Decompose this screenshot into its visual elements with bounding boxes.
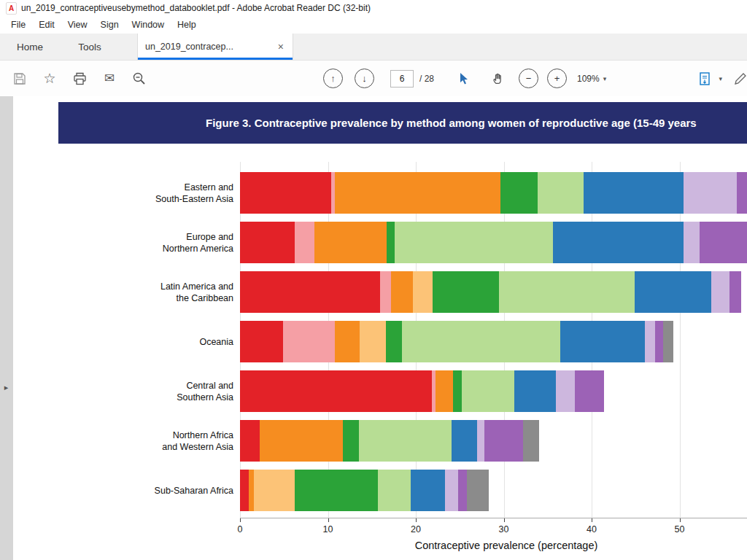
bar-segment-orange	[436, 370, 453, 412]
bar-segment-lavender	[684, 222, 700, 263]
menu-help[interactable]: Help	[171, 18, 203, 32]
axis-tick	[328, 518, 329, 522]
bar-segment-purple	[700, 222, 747, 263]
page-display-button[interactable]	[692, 66, 717, 92]
axis-tick-label: 40	[577, 524, 606, 534]
menu-sign[interactable]: Sign	[94, 18, 125, 32]
bar-segment-lightgreen	[499, 271, 635, 313]
bar-segment-lavender	[445, 470, 458, 511]
bar-segment-red	[240, 321, 283, 362]
bar-segment-orange	[314, 222, 387, 263]
menu-file[interactable]: File	[4, 18, 32, 32]
bar-segment-blue	[514, 370, 556, 412]
bar-segment-lightgreen	[538, 172, 584, 214]
menu-view[interactable]: View	[61, 18, 94, 32]
category-label: Northern Africa and Western Asia	[58, 420, 233, 462]
printer-icon	[73, 72, 87, 85]
bar-row	[240, 172, 747, 214]
category-label: Eastern and South-Eastern Asia	[58, 172, 233, 214]
zoom-level-dropdown[interactable]: 109% ▾	[577, 74, 606, 84]
close-icon[interactable]: ×	[276, 41, 285, 52]
bar-segment-pink	[295, 222, 315, 263]
chevron-down-icon[interactable]: ▾	[719, 75, 722, 82]
bar-segment-blue	[452, 420, 477, 462]
toolbar: ☆ ✉ ↑ ↓ 6 / 28 − + 109% ▾ ▾	[0, 61, 747, 97]
axis-tick-label: 10	[314, 524, 343, 534]
axis-tick	[592, 518, 592, 522]
window-titlebar: A un_2019_contraceptiveusebymethod_datab…	[0, 0, 747, 16]
bar-segment-lavender	[477, 420, 484, 462]
bar-segment-blue	[553, 222, 684, 263]
axis-tick-label: 50	[665, 524, 694, 534]
bar-segment-purple	[458, 470, 467, 511]
figure-title-banner: Figure 3. Contraceptive prevalence by me…	[58, 102, 747, 144]
star-icon: ☆	[43, 70, 55, 87]
bar-segment-purple	[729, 271, 741, 313]
bar-row	[240, 370, 604, 412]
next-page-button[interactable]: ↓	[355, 69, 374, 88]
bar-segment-gray	[467, 470, 489, 511]
save-button[interactable]	[7, 66, 32, 92]
menu-window[interactable]: Window	[125, 18, 171, 32]
bar-segment-orange	[260, 420, 343, 462]
bar-segment-lightorange	[413, 271, 433, 313]
previous-page-button[interactable]: ↑	[323, 69, 343, 88]
bar-row	[240, 222, 747, 263]
axis-tick	[680, 518, 681, 522]
zoom-out-button[interactable]: −	[519, 69, 538, 88]
axis-tick	[240, 518, 241, 522]
save-icon	[13, 72, 26, 85]
tab-tools[interactable]: Tools	[60, 34, 120, 60]
up-arrow-icon: ↑	[330, 73, 336, 84]
document-area: Figure 3. Contraceptive prevalence by me…	[0, 96, 747, 560]
hand-tool-button[interactable]	[485, 66, 510, 92]
category-label: Latin America and the Caribbean	[58, 271, 233, 313]
axis-tick-label: 30	[489, 524, 519, 534]
zoom-in-button[interactable]: +	[547, 69, 567, 88]
bar-segment-orange	[249, 470, 254, 511]
bar-row	[240, 321, 673, 362]
tab-home[interactable]: Home	[0, 34, 60, 60]
bar-segment-red	[240, 470, 249, 511]
bar-segment-green	[453, 370, 462, 412]
bar-segment-orange	[335, 321, 360, 362]
bar-segment-gray	[663, 321, 673, 362]
bar-segment-purple	[484, 420, 523, 462]
bar-segment-lightorange	[254, 470, 294, 511]
scroll-view-icon	[699, 72, 711, 85]
bar-segment-lavender	[684, 172, 736, 214]
window-title: un_2019_contraceptiveusebymethod_databoo…	[21, 3, 371, 13]
chart: 01020304050 Contraceptive prevalence (pe…	[240, 162, 747, 559]
category-label: Europe and Northern America	[58, 222, 233, 263]
page-number-input[interactable]: 6	[390, 70, 414, 88]
grid-line	[680, 162, 681, 518]
menu-edit[interactable]: Edit	[32, 18, 61, 32]
axis-tick-label: 0	[225, 524, 255, 534]
favorites-button[interactable]: ☆	[37, 66, 62, 92]
acrobat-icon: A	[6, 2, 17, 15]
bar-segment-red	[240, 222, 295, 263]
bar-segment-lightgreen	[359, 420, 452, 462]
zoom-level-value: 109%	[577, 74, 600, 84]
bar-segment-blue	[635, 271, 711, 313]
envelope-icon: ✉	[104, 71, 115, 86]
sign-tool-button[interactable]	[729, 66, 747, 92]
bar-segment-red	[240, 370, 432, 412]
bar-segment-pink	[283, 321, 335, 362]
print-button[interactable]	[67, 66, 92, 92]
bar-segment-lavender	[711, 271, 729, 313]
bar-segment-orange	[335, 172, 500, 214]
hand-icon	[492, 72, 504, 85]
category-labels: Eastern and South-Eastern AsiaEurope and…	[57, 162, 238, 526]
bar-row	[240, 470, 489, 511]
category-label: Sub-Saharan Africa	[58, 470, 233, 511]
pdf-page: Figure 3. Contraceptive prevalence by me…	[13, 96, 747, 560]
select-tool-button[interactable]	[452, 66, 476, 92]
sidebar-expand-button[interactable]: ▸	[0, 376, 12, 398]
tab-document[interactable]: un_2019_contracep... ×	[137, 34, 293, 60]
plus-icon: +	[554, 73, 560, 84]
marquee-zoom-button[interactable]	[127, 66, 152, 92]
email-button[interactable]: ✉	[97, 66, 122, 92]
tab-bar: Home Tools un_2019_contracep... ×	[0, 34, 747, 61]
bar-segment-green	[343, 420, 359, 462]
